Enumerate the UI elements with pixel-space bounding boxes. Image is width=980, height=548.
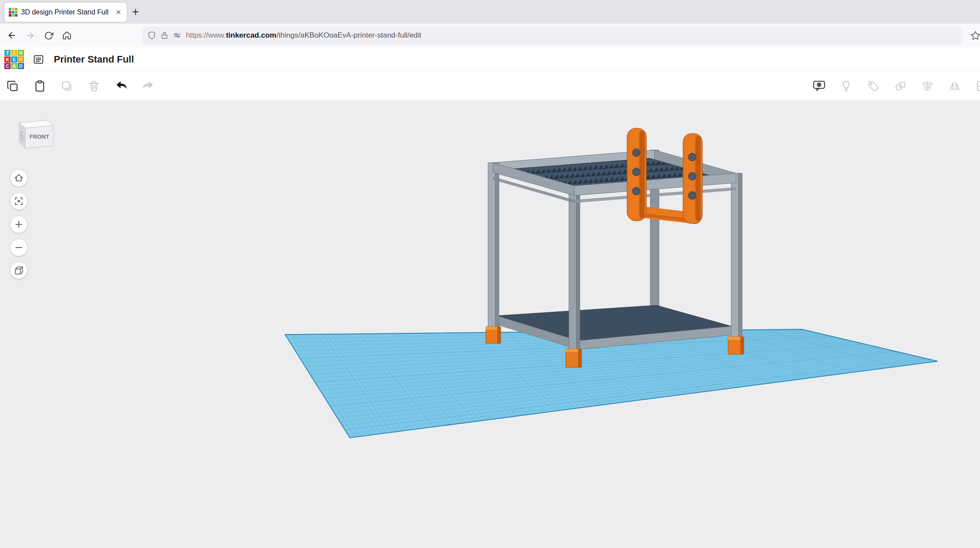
browser-window: 3D design Printer Stand Full | Ti + http… [0, 0, 980, 548]
tab-title: 3D design Printer Stand Full | Ti [21, 8, 110, 16]
reload-icon [44, 31, 53, 40]
tab-close-icon[interactable] [114, 7, 123, 17]
design-menu-button[interactable] [30, 51, 47, 68]
fit-view-button[interactable] [10, 192, 28, 210]
delete-button[interactable] [87, 79, 101, 94]
mirror-icon [948, 80, 961, 93]
fit-view-icon [10, 192, 27, 210]
zoom-out-button[interactable] [10, 239, 28, 256]
tinkercad-favicon [9, 8, 17, 17]
perspective-icon [10, 262, 27, 279]
show-all-button[interactable] [812, 79, 827, 94]
workplane-icon [975, 80, 980, 93]
toolbar-left-group [5, 72, 156, 100]
tag-button[interactable] [866, 79, 881, 94]
new-tab-button[interactable]: + [128, 4, 143, 20]
undo-button[interactable] [114, 79, 129, 94]
frame-post-front[interactable] [569, 186, 580, 358]
bracket-bar-front-shade [639, 131, 645, 218]
redo-icon [142, 80, 155, 93]
3d-viewport[interactable]: FRONT LEFT [0, 100, 980, 548]
clipped-edge-button[interactable] [974, 79, 980, 94]
3d-scene[interactable] [0, 100, 980, 548]
back-icon [7, 31, 17, 40]
url-bar[interactable]: https://www.tinkercad.com/things/aKBoKOo… [142, 27, 963, 44]
star-icon [970, 31, 980, 41]
zoom-in-icon [10, 216, 27, 233]
forward-icon [25, 31, 35, 40]
back-button[interactable] [4, 28, 19, 43]
copy-icon [6, 80, 19, 93]
redo-button[interactable] [141, 79, 156, 94]
trash-icon [87, 80, 101, 93]
reload-button[interactable] [41, 28, 56, 43]
toolbar-right-group [812, 72, 980, 100]
mirror-button[interactable] [947, 79, 962, 94]
view-cube[interactable]: FRONT LEFT [12, 117, 60, 154]
design-menu-icon [33, 54, 44, 65]
undo-icon [115, 80, 128, 93]
home-button[interactable] [59, 28, 74, 43]
frame-post-right[interactable] [731, 173, 742, 345]
align-icon [921, 80, 934, 93]
zoom-out-icon [10, 239, 27, 256]
view-cube-front-label: FRONT [30, 133, 49, 140]
tracking-shield-icon[interactable] [147, 31, 156, 40]
forward-button[interactable] [23, 28, 38, 43]
bracket-bar-back-shade [695, 136, 701, 221]
home-view-button[interactable] [10, 169, 28, 187]
home-view-icon [10, 169, 27, 187]
paste-icon [33, 80, 46, 93]
foot-right[interactable] [728, 337, 744, 354]
browser-nav-bar: https://www.tinkercad.com/things/aKBoKOo… [0, 24, 980, 48]
duplicate-button[interactable] [59, 79, 74, 94]
copy-button[interactable] [5, 79, 20, 94]
duplicate-icon [60, 80, 73, 93]
toggle-perspective-button[interactable] [10, 262, 28, 279]
toggle-lights-button[interactable] [839, 79, 854, 94]
tinkercad-logo[interactable]: T I N K E R C A D [4, 50, 24, 70]
url-text: https://www.tinkercad.com/things/aKBoKOo… [186, 31, 957, 40]
align-button[interactable] [920, 79, 935, 94]
group-icon [894, 80, 907, 93]
bookmark-star-button[interactable] [968, 28, 980, 43]
browser-tab-bar: 3D design Printer Stand Full | Ti + [0, 0, 980, 24]
home-icon [62, 31, 72, 40]
paste-button[interactable] [32, 79, 47, 94]
view-cube-left-label: LEFT [20, 131, 24, 141]
tinkercad-toolbar [0, 72, 980, 101]
browser-tab[interactable]: 3D design Printer Stand Full | Ti [4, 3, 127, 22]
foot-left[interactable] [486, 327, 501, 343]
zoom-in-button[interactable] [10, 216, 28, 233]
foot-front[interactable] [566, 349, 582, 367]
permissions-icon[interactable] [173, 31, 181, 40]
lightbulb-icon [840, 80, 853, 93]
tag-icon [867, 80, 880, 93]
tinkercad-header: T I N K E R C A D Printer Stand Full [0, 47, 980, 72]
show-all-eye-icon [813, 80, 826, 93]
frame-post-left[interactable] [488, 163, 499, 335]
lock-icon[interactable] [160, 31, 168, 39]
design-title[interactable]: Printer Stand Full [54, 54, 134, 65]
printer-stand-model[interactable] [486, 128, 744, 367]
group-button[interactable] [893, 79, 908, 94]
